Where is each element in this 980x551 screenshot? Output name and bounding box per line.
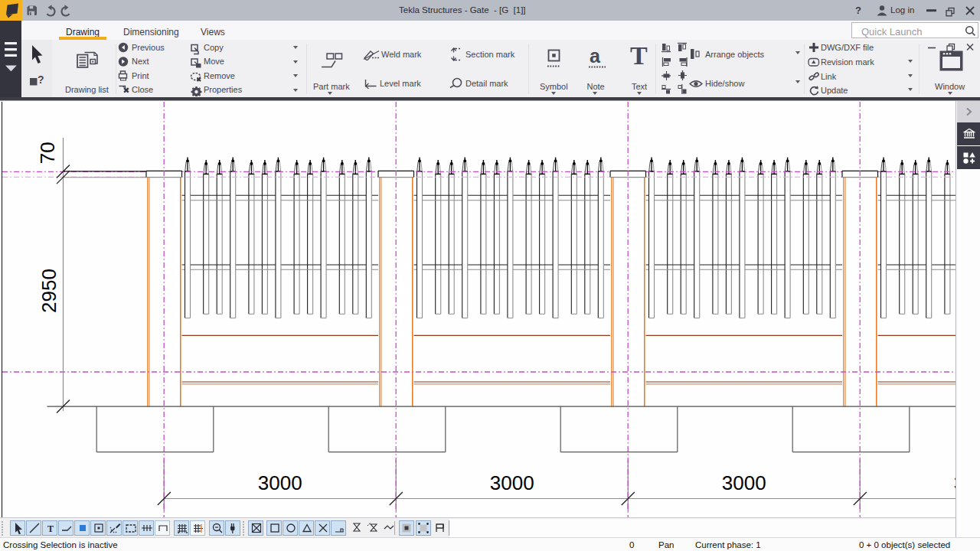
svg-text:2950: 2950 — [38, 269, 60, 313]
svg-text:3000: 3000 — [722, 471, 766, 494]
svg-text:3000: 3000 — [490, 471, 534, 494]
svg-text:a: a — [590, 47, 601, 67]
svg-text:70: 70 — [37, 142, 60, 164]
svg-text:3000: 3000 — [258, 471, 302, 494]
svg-text:?: ? — [38, 73, 44, 86]
svg-text:T: T — [47, 523, 54, 534]
